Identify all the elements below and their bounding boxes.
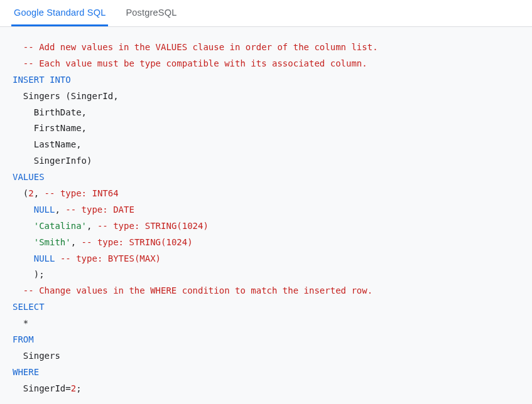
code-token-comment: -- Change values in the WHERE condition … <box>23 285 372 295</box>
code-block: -- Add new values in the VALUES clause i… <box>0 27 532 404</box>
code-token-comment: -- type: DATE <box>65 205 134 215</box>
code-token-comment: -- type: STRING(1024) <box>82 237 193 247</box>
code-token-text <box>55 253 60 263</box>
code-token-num: 2 <box>28 188 33 198</box>
code-token-comment: -- Add new values in the VALUES clause i… <box>23 42 378 52</box>
code-token-text <box>13 253 34 263</box>
code-token-text: ; <box>76 383 81 393</box>
code-token-comment: -- type: INT64 <box>45 188 119 198</box>
code-token-comment: -- type: BYTES(MAX) <box>60 253 161 263</box>
code-token-null: NULL <box>34 205 55 215</box>
code-token-keyword: INSERT INTO <box>13 75 71 85</box>
tab-bar: Google Standard SQL PostgreSQL <box>0 0 532 27</box>
code-token-text: Singers <box>13 351 60 361</box>
code-token-num: 2 <box>71 383 76 393</box>
code-token-text: , <box>71 237 82 247</box>
code-token-comment: -- Each value must be type compatible wi… <box>23 58 367 68</box>
code-token-str: 'Catalina' <box>34 221 87 231</box>
code-token-text: SingerId= <box>13 383 71 393</box>
code-token-null: NULL <box>34 253 55 263</box>
code-token-text: , <box>87 221 97 231</box>
code-token-text <box>13 221 34 231</box>
tab-google-standard-sql[interactable]: Google Standard SQL <box>11 0 108 26</box>
code-token-text: ( <box>13 188 28 198</box>
code-token-text <box>13 237 34 247</box>
code-token-text: , <box>55 205 65 215</box>
code-token-keyword: SELECT <box>13 302 45 312</box>
code-token-comment: -- type: STRING(1024) <box>97 221 209 231</box>
code-token-text: Singers (SingerId, BirthDate, FirstName,… <box>13 91 119 166</box>
tab-postgresql[interactable]: PostgreSQL <box>123 0 179 26</box>
code-token-keyword: WHERE <box>13 367 39 377</box>
code-token-text: * <box>13 318 28 328</box>
code-token-text <box>13 58 23 68</box>
code-token-keyword: VALUES <box>13 172 45 182</box>
code-token-text <box>13 205 34 215</box>
code-token-str: 'Smith' <box>34 237 71 247</box>
code-token-text: , <box>34 188 45 198</box>
code-token-text <box>13 42 23 52</box>
code-token-keyword: FROM <box>13 334 34 344</box>
